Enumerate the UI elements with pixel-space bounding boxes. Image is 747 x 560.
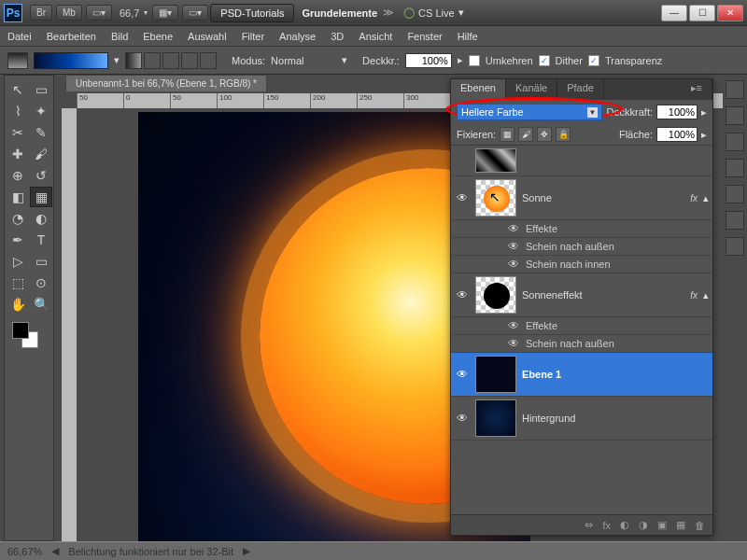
workspace-name[interactable]: Grundelemente xyxy=(302,7,377,19)
tab-channels[interactable]: Kanäle xyxy=(506,79,557,100)
collapse-icon[interactable]: ▴ xyxy=(703,192,709,204)
dock-paths-icon[interactable] xyxy=(726,237,744,256)
dropdown-icon[interactable]: ▾ xyxy=(342,54,347,66)
status-zoom[interactable]: 66,67% xyxy=(7,546,42,557)
new-layer-icon[interactable]: ▦ xyxy=(676,519,685,531)
eraser-tool[interactable]: ◧ xyxy=(7,187,29,207)
lock-position[interactable]: ✥ xyxy=(537,127,552,142)
tutorials-button[interactable]: PSD-Tutorials xyxy=(210,4,294,22)
gradient-preview[interactable] xyxy=(34,52,108,69)
hand-tool[interactable]: ✋ xyxy=(7,294,29,315)
move-tool[interactable]: ↖ xyxy=(7,79,29,100)
group-icon[interactable]: ▣ xyxy=(657,519,667,531)
bridge-button[interactable]: Br xyxy=(30,5,52,21)
brush-tool[interactable]: 🖌 xyxy=(30,144,52,164)
foreground-color[interactable] xyxy=(12,322,29,339)
3d-camera-tool[interactable]: ⊙ xyxy=(30,273,52,293)
dock-swatches-icon[interactable] xyxy=(726,106,744,125)
close-button[interactable]: ✕ xyxy=(717,5,743,21)
type-tool[interactable]: T xyxy=(30,230,52,250)
minibridge-button[interactable]: Mb xyxy=(56,5,82,21)
maximize-button[interactable]: ☐ xyxy=(689,5,715,21)
effect-item[interactable]: Schein nach außen xyxy=(526,241,614,252)
layer-thumbnail[interactable] xyxy=(475,356,516,393)
lock-all[interactable]: 🔒 xyxy=(556,127,571,142)
blur-tool[interactable]: ◔ xyxy=(7,208,29,229)
dock-channels-icon[interactable] xyxy=(726,211,744,230)
tab-paths[interactable]: Pfade xyxy=(557,79,604,100)
link-layers-icon[interactable]: ⇔ xyxy=(585,519,593,531)
fill-input[interactable]: 100% xyxy=(656,127,698,142)
layer-thumbnail[interactable]: ↖ xyxy=(475,179,516,217)
layer-style-icon[interactable]: fx xyxy=(602,520,611,531)
path-tool[interactable]: ▷ xyxy=(7,251,29,272)
heal-tool[interactable]: ✚ xyxy=(7,144,29,164)
effect-item[interactable]: Schein nach außen xyxy=(526,338,614,349)
visibility-toggle[interactable]: 👁 xyxy=(455,288,470,301)
chevron-right-icon[interactable]: ≫ xyxy=(383,7,394,19)
lock-transparency[interactable]: ▦ xyxy=(500,127,514,142)
dock-masks-icon[interactable] xyxy=(726,159,744,177)
visibility-toggle[interactable]: 👁 xyxy=(507,337,520,350)
zoom-select[interactable]: 66,7 xyxy=(114,6,150,21)
document-tab[interactable]: Unbenannt-1 bei 66,7% (Ebene 1, RGB/8) * xyxy=(65,75,267,91)
history-brush-tool[interactable]: ↺ xyxy=(30,165,52,186)
arrow-icon[interactable]: ▸ xyxy=(701,106,707,119)
3d-tool[interactable]: ⬚ xyxy=(7,273,29,293)
dodge-tool[interactable]: ◐ xyxy=(30,208,52,229)
visibility-toggle[interactable]: 👁 xyxy=(455,191,470,204)
nav-right-icon[interactable]: ▶ xyxy=(243,545,250,557)
angle-gradient[interactable] xyxy=(162,52,179,69)
blend-mode-dropdown[interactable]: Hellere Farbe xyxy=(457,104,602,120)
pen-tool[interactable]: ✒ xyxy=(7,230,29,250)
layer-name[interactable]: Sonneneffekt xyxy=(522,289,690,301)
dropdown-icon[interactable]: ▸ xyxy=(458,54,463,66)
layer-name[interactable]: Sonne xyxy=(522,192,690,203)
menu-fenster[interactable]: Fenster xyxy=(407,31,442,42)
layer-thumbnail[interactable] xyxy=(475,276,516,314)
collapse-icon[interactable]: ▴ xyxy=(703,289,709,301)
layer-opacity-input[interactable]: 100% xyxy=(656,105,698,119)
tab-layers[interactable]: Ebenen xyxy=(451,79,506,100)
menu-3d[interactable]: 3D xyxy=(331,31,344,42)
screen-mode-button[interactable]: ▭▾ xyxy=(86,5,112,21)
layer-name[interactable]: Ebene 1 xyxy=(522,369,709,380)
radial-gradient[interactable] xyxy=(144,52,161,69)
eyedropper-tool[interactable]: ✎ xyxy=(30,122,52,143)
gradient-tool[interactable]: ▦ xyxy=(30,187,52,207)
cslive-button[interactable]: CS Live ▾ xyxy=(403,7,464,19)
menu-ansicht[interactable]: Ansicht xyxy=(359,31,392,42)
menu-filter[interactable]: Filter xyxy=(242,31,264,42)
dock-layers-icon[interactable] xyxy=(726,185,744,203)
wand-tool[interactable]: ✦ xyxy=(30,101,52,121)
layer-mask-icon[interactable]: ◐ xyxy=(620,519,629,531)
reverse-checkbox[interactable] xyxy=(469,55,480,66)
visibility-toggle[interactable]: 👁 xyxy=(507,240,520,253)
layer-thumbnail[interactable] xyxy=(475,399,516,437)
reflected-gradient[interactable] xyxy=(181,52,198,69)
dropdown-icon[interactable]: ▾ xyxy=(114,54,120,66)
adjustment-layer-icon[interactable]: ◑ xyxy=(639,519,648,531)
mode-value[interactable]: Normal xyxy=(271,55,336,66)
menu-bearbeiten[interactable]: Bearbeiten xyxy=(47,31,96,42)
visibility-toggle[interactable]: 👁 xyxy=(455,412,470,425)
layer-thumbnail[interactable] xyxy=(475,148,516,173)
minimize-button[interactable]: — xyxy=(661,5,687,21)
visibility-toggle[interactable]: 👁 xyxy=(507,258,520,271)
arrow-icon[interactable]: ▸ xyxy=(701,129,707,141)
crop-tool[interactable]: ✂ xyxy=(7,122,29,143)
shape-tool[interactable]: ▭ xyxy=(30,251,52,272)
tool-preset[interactable] xyxy=(7,52,28,69)
menu-analyse[interactable]: Analyse xyxy=(279,31,316,42)
transparency-checkbox[interactable]: ✓ xyxy=(588,55,599,66)
opacity-input[interactable]: 100% xyxy=(405,53,452,68)
diamond-gradient[interactable] xyxy=(200,52,217,69)
lasso-tool[interactable]: ⌇ xyxy=(7,101,29,121)
effect-item[interactable]: Schein nach innen xyxy=(526,259,611,270)
fx-badge[interactable]: fx xyxy=(690,193,703,203)
delete-layer-icon[interactable]: 🗑 xyxy=(695,520,705,531)
dither-checkbox[interactable]: ✓ xyxy=(539,55,550,66)
dock-color-icon[interactable] xyxy=(726,80,744,99)
extras-button[interactable]: ▭▾ xyxy=(182,5,208,21)
arrange-button[interactable]: ▦▾ xyxy=(152,5,178,21)
